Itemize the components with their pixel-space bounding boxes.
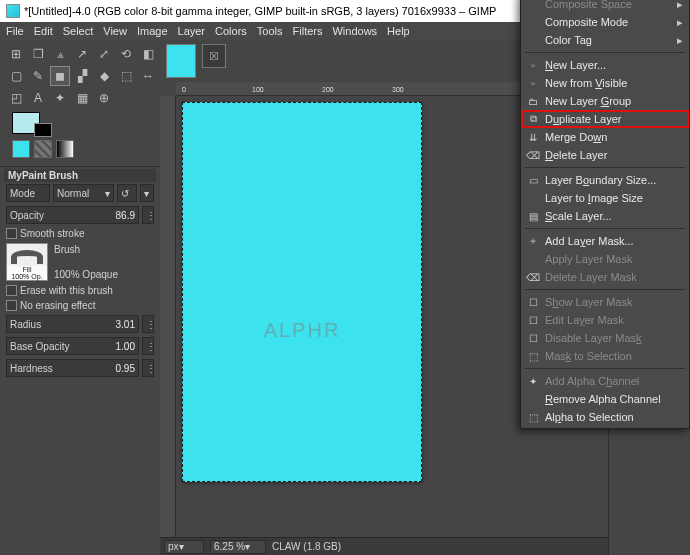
tool-rotate-icon[interactable]: ⟲: [116, 44, 136, 64]
tool-move-icon[interactable]: ⊞: [6, 44, 26, 64]
context-menu-item[interactable]: ▫New from Visible: [521, 74, 689, 92]
submenu-arrow-icon: ▸: [677, 34, 683, 47]
erase-with-brush-checkbox[interactable]: [6, 285, 17, 296]
radius-slider[interactable]: Radius 3.01: [6, 315, 139, 333]
active-gradient-chip[interactable]: [56, 140, 74, 158]
menu-item-label: New Layer...: [545, 59, 606, 71]
menu-filters[interactable]: Filters: [293, 25, 323, 37]
menu-layer[interactable]: Layer: [178, 25, 206, 37]
opacity-stepper[interactable]: ⋮: [142, 206, 154, 224]
context-menu-item[interactable]: ⧉Duplicate Layer: [521, 110, 689, 128]
tool-options-panel: MyPaint Brush Mode Normal▾ ↺ ▾ Opacity 8…: [0, 166, 160, 381]
tool-zoom-icon[interactable]: ⊕: [94, 88, 114, 108]
menu-file[interactable]: File: [6, 25, 24, 37]
tool-measure-icon[interactable]: ▦: [72, 88, 92, 108]
tool-transform-icon[interactable]: ⤢: [94, 44, 114, 64]
tool-clone-icon[interactable]: ▞: [72, 66, 92, 86]
menu-image[interactable]: Image: [137, 25, 168, 37]
hardness-stepper[interactable]: ⋮: [142, 359, 154, 377]
base-opacity-stepper[interactable]: ⋮: [142, 337, 154, 355]
window-title: *[Untitled]-4.0 (RGB color 8-bit gamma i…: [24, 5, 496, 17]
context-menu-item[interactable]: ＋Add Layer Mask...: [521, 232, 689, 250]
active-brush-chip[interactable]: [12, 140, 30, 158]
menu-item-icon: ✦: [526, 376, 540, 387]
context-menu-item[interactable]: ⌫Delete Layer: [521, 146, 689, 164]
tool-pencil-icon[interactable]: ✎: [28, 66, 48, 86]
erase-with-brush-label: Erase with this brush: [20, 285, 113, 296]
context-menu-item[interactable]: Composite Mode▸: [521, 13, 689, 31]
menu-windows[interactable]: Windows: [332, 25, 377, 37]
zoom-select[interactable]: 6.25 % ▾: [210, 540, 266, 554]
tool-options-title: MyPaint Brush: [4, 169, 156, 182]
chevron-down-icon: ▾: [105, 188, 110, 199]
brush-preview-thumb[interactable]: Fill 100% Op.: [6, 243, 48, 281]
mode-link-button[interactable]: ▾: [140, 184, 154, 202]
tool-rect-select-icon[interactable]: ❐: [28, 44, 48, 64]
menu-item-label: Mask to Selection: [545, 350, 632, 362]
background-color-swatch[interactable]: [34, 123, 52, 137]
menu-item-icon: ⌫: [526, 150, 540, 161]
menu-tools[interactable]: Tools: [257, 25, 283, 37]
menu-item-label: Layer Boundary Size...: [545, 174, 656, 186]
menu-separator: [525, 167, 685, 168]
menu-help[interactable]: Help: [387, 25, 410, 37]
submenu-arrow-icon: ▸: [677, 16, 683, 29]
base-opacity-slider[interactable]: Base Opacity 1.00: [6, 337, 139, 355]
menu-edit[interactable]: Edit: [34, 25, 53, 37]
tool-crop-icon[interactable]: ↗: [72, 44, 92, 64]
menu-item-label: Delete Layer: [545, 149, 607, 161]
context-menu-item[interactable]: ⇊Merge Down: [521, 128, 689, 146]
status-bar: px ▾ 6.25 % ▾ CLAW (1.8 GB): [160, 537, 608, 555]
menu-item-icon: ▫: [526, 60, 540, 71]
menu-separator: [525, 368, 685, 369]
tool-color-picker-icon[interactable]: ✦: [50, 88, 70, 108]
canvas-page[interactable]: ALPHR: [182, 102, 422, 482]
context-menu-item[interactable]: ▤Scale Layer...: [521, 207, 689, 225]
tool-mypaint-brush-icon[interactable]: ◼: [50, 66, 70, 86]
tool-free-select-icon[interactable]: ⟁: [50, 44, 70, 64]
mode-label: Mode: [6, 184, 50, 202]
menu-separator: [525, 228, 685, 229]
tool-warp-icon[interactable]: ▢: [6, 66, 26, 86]
mode-reset-button[interactable]: ↺: [117, 184, 137, 202]
close-document-button[interactable]: ☒: [202, 44, 226, 68]
menu-item-label: Disable Layer Mask: [545, 332, 642, 344]
tool-paths-icon[interactable]: ◰: [6, 88, 26, 108]
menu-separator: [525, 52, 685, 53]
context-menu-item[interactable]: ▫New Layer...: [521, 56, 689, 74]
radius-stepper[interactable]: ⋮: [142, 315, 154, 333]
mode-select[interactable]: Normal▾: [53, 184, 114, 202]
active-pattern-chip[interactable]: [34, 140, 52, 158]
no-erasing-checkbox[interactable]: [6, 300, 17, 311]
smooth-stroke-checkbox[interactable]: [6, 228, 17, 239]
menu-item-icon: ⌫: [526, 272, 540, 283]
menu-colors[interactable]: Colors: [215, 25, 247, 37]
menu-item-label: Remove Alpha Channel: [545, 393, 661, 405]
context-menu-item: ⬚Mask to Selection: [521, 347, 689, 365]
context-menu-item: Composite Space▸: [521, 0, 689, 13]
tool-bucket-icon[interactable]: ⬚: [116, 66, 136, 86]
context-menu-item[interactable]: ⬚Alpha to Selection: [521, 408, 689, 426]
context-menu-item[interactable]: ▭Layer Boundary Size...: [521, 171, 689, 189]
menu-item-icon: ⇊: [526, 132, 540, 143]
menu-select[interactable]: Select: [63, 25, 94, 37]
context-menu-item[interactable]: 🗀New Layer Group: [521, 92, 689, 110]
menu-item-label: Composite Mode: [545, 16, 628, 28]
menu-view[interactable]: View: [103, 25, 127, 37]
menu-item-label: Scale Layer...: [545, 210, 612, 222]
context-menu-item[interactable]: Layer to Image Size: [521, 189, 689, 207]
no-erasing-label: No erasing effect: [20, 300, 95, 311]
tool-gradient-icon[interactable]: ◆: [94, 66, 114, 86]
opacity-slider[interactable]: Opacity 86.9: [6, 206, 139, 224]
tool-smudge-icon[interactable]: ↔: [138, 66, 158, 86]
menu-item-icon: ☐: [526, 315, 540, 326]
tool-text-icon[interactable]: A: [28, 88, 48, 108]
unit-select[interactable]: px ▾: [164, 540, 204, 554]
hardness-slider[interactable]: Hardness 0.95: [6, 359, 139, 377]
tool-flip-icon[interactable]: ◧: [138, 44, 158, 64]
watermark-text: ALPHR: [264, 318, 341, 341]
context-menu-item[interactable]: Color Tag▸: [521, 31, 689, 49]
document-tab[interactable]: [166, 44, 196, 78]
context-menu-item[interactable]: Remove Alpha Channel: [521, 390, 689, 408]
menu-item-label: Delete Layer Mask: [545, 271, 637, 283]
